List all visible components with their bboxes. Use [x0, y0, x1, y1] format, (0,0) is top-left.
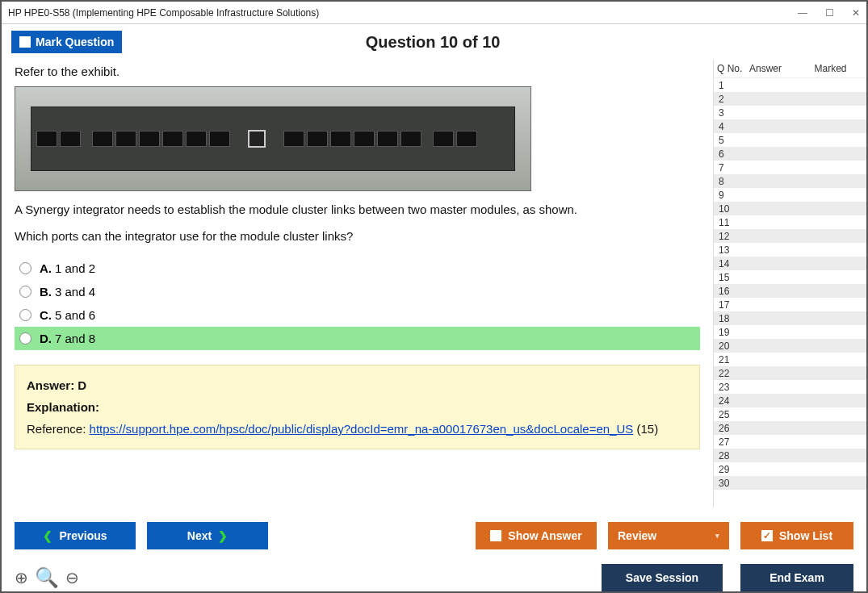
minimize-icon[interactable]: — [798, 7, 807, 19]
window-titlebar: HP HPE0-S58 (Implementing HPE Composable… [2, 2, 866, 24]
question-list-row[interactable]: 30 [714, 476, 866, 490]
mark-question-button[interactable]: Mark Question [11, 31, 122, 53]
chevron-left-icon: ❮ [43, 529, 52, 542]
zoom-in-icon[interactable]: 🔍 [35, 566, 59, 589]
question-list-row[interactable]: 6 [714, 147, 866, 161]
question-list-row[interactable]: 9 [714, 188, 866, 202]
checkbox-icon [19, 36, 31, 48]
radio-icon[interactable] [19, 332, 31, 345]
question-list-row[interactable]: 16 [714, 284, 866, 298]
question-list-row[interactable]: 22 [714, 366, 866, 380]
answer-explanation-box: Answer: D Explanation: Reference: https:… [15, 365, 700, 449]
network-module-illustration [31, 106, 515, 171]
header-row: Mark Question Question 10 of 10 [2, 24, 866, 60]
zoom-out-icon[interactable]: ⊖ [65, 568, 79, 587]
question-list-row[interactable]: 14 [714, 257, 866, 270]
options-group: A.1 and 2 B.3 and 4 C.5 and 6 D.7 and 8 [15, 257, 700, 350]
question-list-row[interactable]: 26 [714, 421, 866, 435]
col-qno: Q No. [717, 63, 749, 74]
question-body: A Synergy integrator needs to establish … [15, 201, 700, 245]
radio-icon[interactable] [19, 286, 31, 298]
show-list-button[interactable]: Show List [740, 522, 853, 549]
content: Refer to the exhibit. A Synergy integrat… [2, 60, 866, 507]
question-list-row[interactable]: 21 [714, 353, 866, 366]
question-line-1: A Synergy integrator needs to establish … [15, 201, 700, 219]
window-controls: — ☐ ✕ [798, 7, 860, 19]
question-list-row[interactable]: 8 [714, 174, 866, 188]
option-a[interactable]: A.1 and 2 [15, 257, 700, 280]
question-list-row[interactable]: 12 [714, 229, 866, 243]
question-list-row[interactable]: 24 [714, 394, 866, 407]
question-list-row[interactable]: 28 [714, 449, 866, 462]
question-list-row[interactable]: 2 [714, 92, 866, 106]
option-d[interactable]: D.7 and 8 [15, 327, 700, 350]
exhibit-image [15, 86, 531, 191]
show-answer-button[interactable]: Show Answer [476, 522, 597, 549]
previous-button[interactable]: ❮ Previous [15, 522, 136, 549]
question-list-row[interactable]: 18 [714, 311, 866, 325]
ethernet-port-icon [248, 130, 266, 148]
question-list-row[interactable]: 4 [714, 119, 866, 133]
radio-icon[interactable] [19, 309, 31, 321]
radio-icon[interactable] [19, 262, 31, 274]
option-b[interactable]: B.3 and 4 [15, 280, 700, 303]
next-button[interactable]: Next ❯ [147, 522, 268, 549]
question-list-row[interactable]: 15 [714, 270, 866, 284]
col-marked: Marked [798, 63, 863, 74]
close-icon[interactable]: ✕ [852, 7, 860, 19]
question-list-row[interactable]: 5 [714, 133, 866, 147]
review-button[interactable]: Review ▾ [608, 522, 729, 549]
question-list-row[interactable]: 29 [714, 462, 866, 476]
question-list[interactable]: 1234567891011121314151617181920212223242… [714, 77, 866, 507]
zoom-controls: ⊕ 🔍 ⊖ Save Session End Exam [2, 564, 866, 591]
zoom-reset-icon[interactable]: ⊕ [15, 568, 28, 587]
maximize-icon[interactable]: ☐ [825, 7, 834, 19]
question-list-row[interactable]: 10 [714, 202, 866, 215]
checkbox-checked-icon [761, 530, 773, 541]
reference-line: Reference: https://support.hpe.com/hpsc/… [27, 422, 688, 436]
question-list-row[interactable]: 3 [714, 106, 866, 119]
reference-link[interactable]: https://support.hpe.com/hpsc/doc/public/… [90, 422, 634, 436]
chevron-right-icon: ❯ [218, 529, 228, 542]
col-answer: Answer [749, 63, 798, 74]
question-list-header: Q No. Answer Marked [714, 60, 866, 77]
question-list-row[interactable]: 19 [714, 325, 866, 339]
question-list-row[interactable]: 27 [714, 435, 866, 449]
question-list-row[interactable]: 17 [714, 298, 866, 311]
question-list-panel: Q No. Answer Marked 12345678910111213141… [713, 60, 866, 507]
question-heading: Question 10 of 10 [122, 33, 744, 52]
window-title: HP HPE0-S58 (Implementing HPE Composable… [8, 7, 798, 19]
question-panel: Refer to the exhibit. A Synergy integrat… [2, 60, 713, 507]
question-prompt: Refer to the exhibit. [15, 65, 700, 78]
question-list-row[interactable]: 1 [714, 78, 866, 92]
question-line-2: Which ports can the integrator use for t… [15, 228, 700, 246]
checkbox-icon [490, 530, 501, 541]
end-exam-button[interactable]: End Exam [740, 564, 853, 591]
question-list-row[interactable]: 11 [714, 215, 866, 229]
mark-question-label: Mark Question [36, 35, 114, 48]
save-session-button[interactable]: Save Session [602, 564, 723, 591]
question-list-row[interactable]: 7 [714, 161, 866, 174]
answer-heading: Answer: D [27, 378, 688, 392]
caret-down-icon: ▾ [715, 532, 719, 540]
footer-button-row: ❮ Previous Next ❯ Show Answer Review ▾ S… [2, 507, 866, 564]
question-list-row[interactable]: 20 [714, 339, 866, 353]
explanation-heading: Explanation: [27, 400, 688, 414]
question-list-row[interactable]: 13 [714, 243, 866, 257]
question-list-row[interactable]: 25 [714, 407, 866, 421]
question-list-row[interactable]: 23 [714, 380, 866, 394]
option-c[interactable]: C.5 and 6 [15, 303, 700, 327]
